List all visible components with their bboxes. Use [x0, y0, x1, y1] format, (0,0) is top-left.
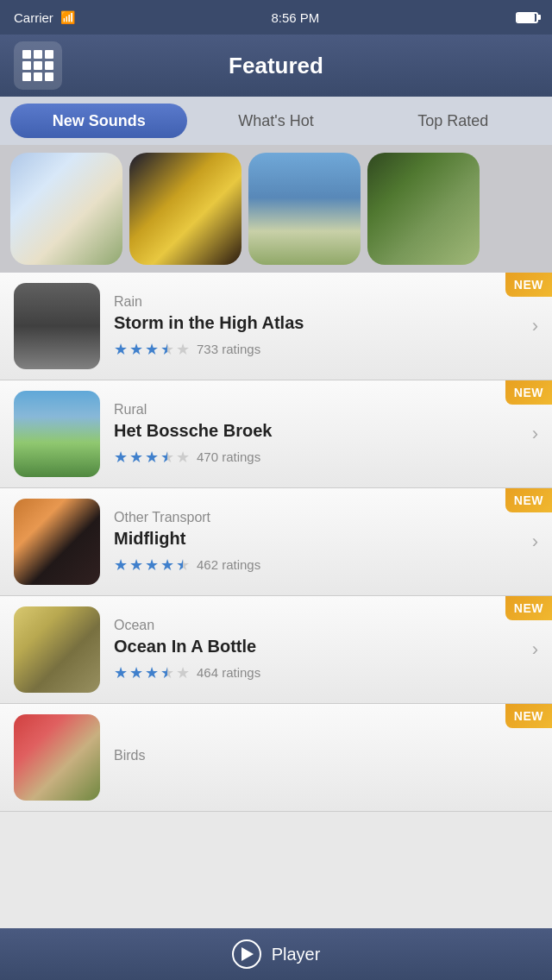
tab-top-rated[interactable]: Top Rated: [365, 104, 542, 138]
featured-image-lake[interactable]: [248, 153, 361, 265]
stars: ★★★★★: [114, 340, 190, 359]
sound-item-5[interactable]: NEW Birds: [0, 704, 552, 812]
sound-thumbnail: [14, 499, 100, 585]
sound-thumbnail: [14, 283, 100, 369]
sound-info: Other Transport Midflight ★★★★★ 462 rati…: [114, 510, 518, 575]
featured-images-row: [0, 145, 552, 273]
sound-category: Other Transport: [114, 510, 518, 525]
sound-item-4[interactable]: NEW Ocean Ocean In A Bottle ★★★★★ 464 ra…: [0, 596, 552, 704]
sound-item-1[interactable]: NEW Rain Storm in the High Atlas ★★★★★ 7…: [0, 273, 552, 380]
new-badge: NEW: [505, 273, 552, 297]
chevron-right-icon: ›: [532, 423, 538, 445]
rating-count: 462 ratings: [197, 557, 260, 572]
battery-icon: [516, 12, 538, 23]
play-button[interactable]: [232, 939, 261, 969]
time-label: 8:56 PM: [271, 10, 319, 25]
sound-title: Ocean In A Bottle: [114, 637, 518, 656]
sound-thumbnail: [14, 606, 100, 693]
status-bar: Carrier 📶 8:56 PM: [0, 0, 552, 35]
tab-bar: New Sounds What's Hot Top Rated: [0, 97, 552, 145]
stars: ★★★★★: [114, 663, 190, 682]
sound-rating: ★★★★★ 733 ratings: [114, 340, 518, 359]
sound-rating: ★★★★★ 464 ratings: [114, 663, 518, 682]
chevron-right-icon: ›: [532, 315, 538, 337]
featured-image-birds[interactable]: [10, 153, 122, 265]
grid-icon: [22, 50, 53, 81]
sound-title: Storm in the High Atlas: [114, 313, 518, 333]
sound-title: Het Bossche Broek: [114, 421, 518, 441]
player-label: Player: [272, 945, 321, 964]
sound-title: Midflight: [114, 529, 518, 549]
rating-count: 464 ratings: [197, 665, 260, 680]
carrier-label: Carrier: [14, 10, 53, 25]
chevron-right-icon: ›: [532, 531, 538, 553]
status-left: Carrier 📶: [14, 10, 75, 25]
stars: ★★★★★: [114, 556, 190, 575]
sound-category: Rural: [114, 402, 518, 418]
tab-whats-hot[interactable]: What's Hot: [187, 104, 364, 138]
sound-category: Birds: [114, 748, 538, 763]
sound-info: Birds: [114, 748, 538, 767]
wifi-icon: 📶: [60, 10, 75, 24]
sound-info: Rural Het Bossche Broek ★★★★★ 470 rating…: [114, 402, 518, 467]
grid-button[interactable]: [14, 41, 62, 90]
sound-info: Rain Storm in the High Atlas ★★★★★ 733 r…: [114, 294, 518, 359]
sound-list: NEW Rain Storm in the High Atlas ★★★★★ 7…: [0, 273, 552, 812]
play-icon: [242, 947, 254, 961]
sound-rating: ★★★★★ 470 ratings: [114, 448, 518, 467]
chevron-right-icon: ›: [532, 638, 538, 661]
sound-item-3[interactable]: NEW Other Transport Midflight ★★★★★ 462 …: [0, 488, 552, 596]
tab-new-sounds[interactable]: New Sounds: [10, 104, 187, 138]
player-bar[interactable]: Player: [0, 928, 552, 980]
new-badge: NEW: [505, 704, 552, 728]
rating-count: 470 ratings: [197, 449, 260, 464]
sound-rating: ★★★★★ 462 ratings: [114, 556, 518, 575]
new-badge: NEW: [505, 596, 552, 620]
sound-info: Ocean Ocean In A Bottle ★★★★★ 464 rating…: [114, 618, 518, 682]
page-title: Featured: [76, 53, 476, 79]
rating-count: 733 ratings: [197, 342, 260, 356]
sound-item-2[interactable]: NEW Rural Het Bossche Broek ★★★★★ 470 ra…: [0, 380, 552, 488]
sound-thumbnail: [14, 714, 100, 801]
header: Featured: [0, 35, 552, 97]
new-badge: NEW: [505, 380, 552, 405]
sound-thumbnail: [14, 391, 100, 477]
stars: ★★★★★: [114, 448, 190, 467]
featured-image-forest[interactable]: [367, 153, 480, 265]
featured-image-boxing[interactable]: [129, 153, 242, 265]
new-badge: NEW: [505, 488, 552, 512]
sound-category: Ocean: [114, 618, 518, 633]
sound-category: Rain: [114, 294, 518, 310]
